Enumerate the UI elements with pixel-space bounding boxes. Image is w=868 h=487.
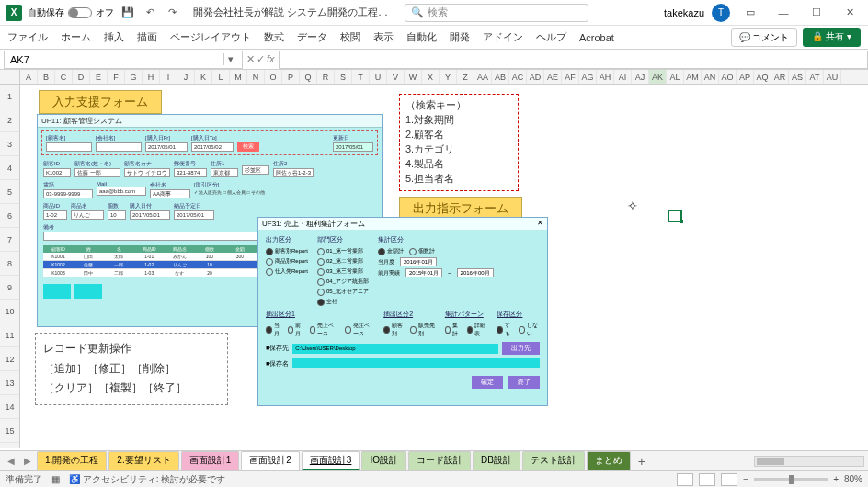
tab-formulas[interactable]: 数式 [264, 30, 284, 44]
share-button[interactable]: 🔒 共有 ▾ [803, 28, 861, 47]
row-header-12[interactable]: 12 [0, 347, 19, 371]
tab-automate[interactable]: 自動化 [406, 30, 437, 44]
search-button[interactable]: 検索 [237, 142, 259, 152]
cust-input[interactable] [46, 142, 92, 152]
sheet-tab[interactable]: 1.開発の工程 [37, 451, 107, 470]
zoom-out-icon[interactable]: − [743, 474, 748, 484]
page-break-view-icon[interactable] [721, 473, 737, 486]
sheet-tab[interactable]: 画面設計3 [302, 451, 360, 470]
close-icon[interactable]: ✕ [537, 219, 543, 229]
current-month-combo[interactable]: 2016年01月 [400, 257, 437, 266]
tab-acrobat[interactable]: Acrobat [579, 32, 614, 43]
horizontal-scrollbar[interactable] [754, 456, 864, 467]
col-header-K[interactable]: K [195, 70, 212, 84]
col-header-O[interactable]: O [265, 70, 282, 84]
col-header-AP[interactable]: AP [737, 70, 754, 84]
name-box[interactable]: AK7 ▾ [4, 51, 243, 69]
col-header-AH[interactable]: AH [597, 70, 614, 84]
save-path-input[interactable]: C:\Users\USER\Desktop [292, 344, 498, 354]
close-icon[interactable]: ✕ [837, 4, 862, 22]
row-header-8[interactable]: 8 [0, 252, 19, 276]
tab-help[interactable]: ヘルプ [536, 30, 566, 44]
col-header-T[interactable]: T [352, 70, 370, 84]
sheet-tab[interactable]: 画面設計2 [241, 451, 300, 470]
row-header-13[interactable]: 13 [0, 371, 19, 395]
formula-input[interactable] [279, 51, 868, 69]
col-header-D[interactable]: D [73, 70, 90, 84]
radio-out2[interactable]: 商品別Report [266, 257, 308, 266]
col-header-AL[interactable]: AL [667, 70, 684, 84]
tab-view[interactable]: 表示 [373, 30, 394, 44]
row-header-7[interactable]: 7 [0, 228, 19, 252]
col-header-AT[interactable]: AT [806, 70, 824, 84]
col-header-Q[interactable]: Q [300, 70, 317, 84]
search-input[interactable]: 🔍 検索 [405, 4, 588, 22]
sheet-tab[interactable]: 2.要望リスト [108, 451, 178, 470]
col-header-AU[interactable]: AU [824, 70, 841, 84]
sheet-tab[interactable]: IO設計 [361, 451, 406, 470]
chevron-down-icon[interactable]: ▾ [223, 53, 236, 65]
comp-input[interactable] [96, 142, 142, 152]
radio-out1[interactable]: 顧客別Report [266, 247, 308, 255]
autosave-toggle[interactable]: 自動保存 オフ [28, 6, 114, 19]
radio-out3[interactable]: 仕入先Report [266, 267, 308, 276]
tab-data[interactable]: データ [297, 30, 327, 44]
fx-icon[interactable]: fx [267, 53, 275, 65]
row-header-9[interactable]: 9 [0, 276, 19, 300]
col-header-AR[interactable]: AR [771, 70, 789, 84]
save-icon[interactable]: 💾 [120, 5, 136, 21]
minimize-icon[interactable]: — [771, 4, 796, 22]
col-header-G[interactable]: G [125, 70, 143, 84]
redo-icon[interactable]: ↷ [164, 5, 180, 21]
col-header-C[interactable]: C [55, 70, 73, 84]
tab-nav-left-icon[interactable]: ◀ [4, 456, 18, 466]
tab-developer[interactable]: 開発 [450, 30, 470, 44]
comments-button[interactable]: 💬 コメント [731, 28, 798, 47]
col-header-AG[interactable]: AG [579, 70, 597, 84]
col-header-F[interactable]: F [108, 70, 125, 84]
ribbon-options-icon[interactable]: ▭ [737, 4, 763, 22]
row-header-11[interactable]: 11 [0, 323, 19, 347]
tab-home[interactable]: ホーム [61, 30, 91, 44]
username[interactable]: takekazu [664, 7, 704, 18]
col-header-AO[interactable]: AO [719, 70, 737, 84]
col-header-AC[interactable]: AC [509, 70, 527, 84]
col-header-AS[interactable]: AS [789, 70, 806, 84]
undo-icon[interactable]: ↶ [142, 5, 158, 21]
col-header-AE[interactable]: AE [544, 70, 562, 84]
zoom-level[interactable]: 80% [844, 474, 862, 484]
tab-review[interactable]: 校閲 [340, 30, 360, 44]
accessibility-status[interactable]: ♿ アクセシビリティ: 検討が必要です [69, 473, 225, 486]
col-header-Y[interactable]: Y [440, 70, 457, 84]
col-header-AD[interactable]: AD [527, 70, 544, 84]
row-header-5[interactable]: 5 [0, 180, 19, 204]
select-all-corner[interactable] [0, 70, 20, 84]
col-header-A[interactable]: A [20, 70, 38, 84]
col-header-R[interactable]: R [317, 70, 335, 84]
spacer-button[interactable] [43, 284, 71, 299]
tab-draw[interactable]: 描画 [137, 30, 157, 44]
col-header-V[interactable]: V [387, 70, 405, 84]
col-header-I[interactable]: I [160, 70, 177, 84]
col-header-W[interactable]: W [405, 70, 422, 84]
row-header-6[interactable]: 6 [0, 204, 19, 228]
col-header-AJ[interactable]: AJ [632, 70, 649, 84]
tab-addins[interactable]: アドイン [483, 30, 523, 44]
normal-view-icon[interactable] [677, 473, 693, 486]
row-header-10[interactable]: 10 [0, 300, 19, 323]
spacer-button[interactable] [74, 284, 102, 299]
tab-nav-right-icon[interactable]: ▶ [20, 456, 35, 466]
avatar[interactable]: T [712, 4, 730, 22]
enter-fx-icon[interactable]: ✓ [257, 53, 265, 65]
col-header-H[interactable]: H [143, 70, 160, 84]
col-header-AB[interactable]: AB [492, 70, 509, 84]
output-dest-button[interactable]: 出力先 [502, 342, 540, 355]
save-name-input[interactable] [292, 358, 540, 368]
col-header-S[interactable]: S [335, 70, 352, 84]
zoom-in-icon[interactable]: + [833, 474, 839, 484]
maximize-icon[interactable]: ☐ [804, 4, 829, 22]
tab-pagelayout[interactable]: ページレイアウト [170, 30, 251, 44]
col-header-AA[interactable]: AA [474, 70, 492, 84]
col-header-P[interactable]: P [282, 70, 300, 84]
col-header-B[interactable]: B [38, 70, 55, 84]
